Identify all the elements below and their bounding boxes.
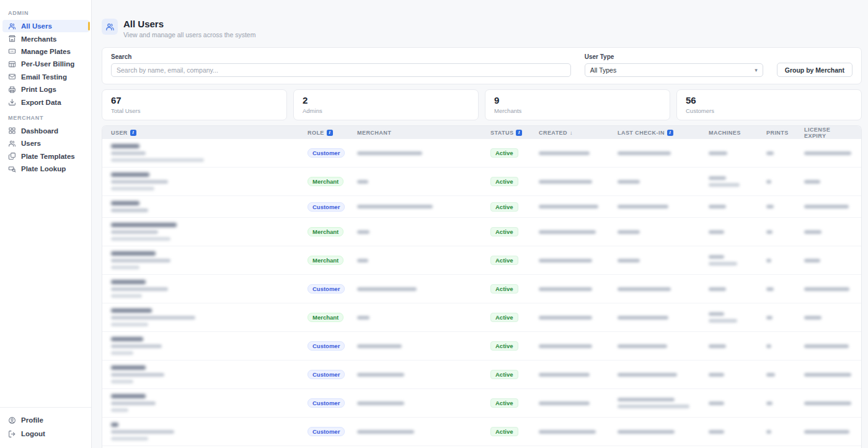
sidebar-item-plate-templates[interactable]: Plate Templates bbox=[2, 150, 89, 163]
status-cell: Active bbox=[490, 370, 539, 379]
redacted-text bbox=[111, 158, 204, 162]
sidebar-item-per-user-billing[interactable]: Per-User Billing bbox=[2, 58, 89, 70]
redacted-text bbox=[709, 430, 724, 434]
users-table: USERiROLEiMERCHANTSTATUSiCREATED↓LAST CH… bbox=[102, 125, 862, 448]
redacted-text bbox=[539, 205, 598, 208]
table-row[interactable]: CustomerActive bbox=[102, 196, 861, 218]
redacted-text bbox=[618, 230, 640, 234]
export-icon bbox=[8, 98, 16, 106]
user-cell bbox=[111, 337, 308, 355]
user-type-select[interactable]: All Types ▾ bbox=[585, 63, 763, 77]
sidebar-item-email-testing[interactable]: Email Testing bbox=[2, 71, 89, 83]
sidebar-item-manage-plates[interactable]: Manage Plates bbox=[2, 45, 89, 58]
role-badge: Customer bbox=[308, 284, 345, 293]
redacted-text bbox=[709, 151, 727, 155]
merchant-cell bbox=[357, 344, 490, 348]
created-cell bbox=[539, 430, 618, 434]
info-icon[interactable]: i bbox=[667, 130, 673, 136]
column-label: LAST CHECK-IN bbox=[618, 130, 665, 136]
sidebar-item-all-users[interactable]: All Users bbox=[2, 20, 89, 32]
redacted-text bbox=[111, 259, 170, 262]
role-badge: Merchant bbox=[308, 313, 343, 322]
table-row[interactable]: MerchantActive bbox=[102, 168, 861, 196]
last-checkin-cell bbox=[618, 398, 709, 408]
redacted-text bbox=[111, 373, 164, 377]
redacted-text bbox=[111, 280, 146, 284]
info-icon[interactable]: i bbox=[327, 130, 333, 136]
sidebar-item-profile[interactable]: Profile bbox=[2, 413, 89, 427]
column-header-license-expiry[interactable]: LICENSE EXPIRY bbox=[804, 127, 852, 139]
user-cell bbox=[111, 280, 308, 298]
sidebar-item-label: Merchants bbox=[21, 35, 57, 43]
redacted-text bbox=[766, 205, 774, 208]
table-header-row: USERiROLEiMERCHANTSTATUSiCREATED↓LAST CH… bbox=[102, 126, 861, 139]
created-cell bbox=[539, 205, 618, 208]
role-cell: Customer bbox=[308, 341, 357, 351]
lookup-icon bbox=[8, 165, 16, 173]
stat-card-total-users: 67Total Users bbox=[102, 89, 287, 120]
table-row[interactable]: MerchantActive bbox=[102, 246, 861, 275]
sidebar-item-merchants[interactable]: Merchants bbox=[2, 32, 89, 45]
column-header-role[interactable]: ROLEi bbox=[308, 130, 357, 136]
column-label: ROLE bbox=[308, 130, 324, 136]
redacted-text bbox=[709, 401, 724, 405]
column-header-user[interactable]: USERi bbox=[111, 130, 308, 136]
table-row[interactable]: MerchantActive bbox=[102, 218, 861, 246]
status-badge: Active bbox=[490, 341, 518, 351]
table-row[interactable]: CustomerActive bbox=[102, 139, 861, 168]
redacted-text bbox=[766, 230, 773, 234]
column-header-status[interactable]: STATUSi bbox=[490, 130, 539, 136]
user-cell bbox=[111, 144, 308, 162]
table-row[interactable]: MerchantActive bbox=[102, 303, 861, 332]
redacted-text bbox=[539, 180, 592, 184]
table-row[interactable]: CustomerActive bbox=[102, 361, 861, 389]
role-badge: Merchant bbox=[308, 227, 343, 236]
last-checkin-cell bbox=[618, 151, 709, 155]
redacted-text bbox=[804, 373, 851, 377]
column-header-prints[interactable]: PRINTS bbox=[766, 130, 804, 136]
status-cell: Active bbox=[490, 427, 539, 436]
redacted-text bbox=[111, 365, 146, 370]
redacted-text bbox=[111, 308, 152, 313]
redacted-text bbox=[357, 180, 368, 184]
license-expiry-cell bbox=[804, 401, 852, 405]
search-input[interactable] bbox=[111, 63, 571, 77]
redacted-text bbox=[111, 294, 142, 298]
sidebar-item-print-logs[interactable]: Print Logs bbox=[2, 83, 89, 96]
group-by-merchant-button[interactable]: Group by Merchant bbox=[777, 63, 852, 77]
redacted-text bbox=[111, 408, 128, 412]
sidebar-item-label: Dashboard bbox=[21, 127, 58, 135]
table-row[interactable]: CustomerActive bbox=[102, 389, 861, 418]
column-header-merchant[interactable]: MERCHANT bbox=[357, 130, 490, 136]
role-badge: Merchant bbox=[308, 256, 343, 265]
status-badge: Active bbox=[490, 427, 518, 436]
sidebar-item-dashboard[interactable]: Dashboard bbox=[2, 125, 89, 137]
sidebar-item-logout[interactable]: Logout bbox=[2, 427, 89, 441]
prints-cell bbox=[766, 230, 804, 234]
page-title: All Users bbox=[123, 19, 255, 29]
table-row[interactable]: CustomerActive bbox=[102, 418, 861, 446]
user-cell bbox=[111, 365, 308, 383]
column-label: LICENSE EXPIRY bbox=[804, 127, 852, 139]
sidebar-item-users[interactable]: Users bbox=[2, 137, 89, 150]
info-icon[interactable]: i bbox=[130, 130, 136, 136]
info-icon[interactable]: i bbox=[516, 130, 522, 136]
table-row[interactable]: CustomerActive bbox=[102, 332, 861, 361]
column-header-created[interactable]: CREATED↓ bbox=[539, 130, 618, 136]
redacted-text bbox=[111, 287, 168, 291]
redacted-text bbox=[618, 344, 667, 348]
redacted-text bbox=[804, 287, 849, 291]
column-header-machines[interactable]: MACHINES bbox=[709, 130, 766, 136]
created-cell bbox=[539, 344, 618, 348]
sidebar-item-export-data[interactable]: Export Data bbox=[2, 96, 89, 108]
users-icon bbox=[8, 22, 16, 30]
stat-label: Admins bbox=[303, 107, 469, 114]
last-checkin-cell bbox=[618, 287, 709, 291]
column-header-last-check-in[interactable]: LAST CHECK-INi bbox=[618, 130, 709, 136]
role-badge: Customer bbox=[308, 148, 345, 158]
sidebar-item-plate-lookup[interactable]: Plate Lookup bbox=[2, 163, 89, 175]
redacted-text bbox=[766, 344, 771, 348]
status-cell: Active bbox=[490, 341, 539, 351]
table-row[interactable]: CustomerActive bbox=[102, 275, 861, 303]
merchant-cell bbox=[357, 430, 490, 434]
